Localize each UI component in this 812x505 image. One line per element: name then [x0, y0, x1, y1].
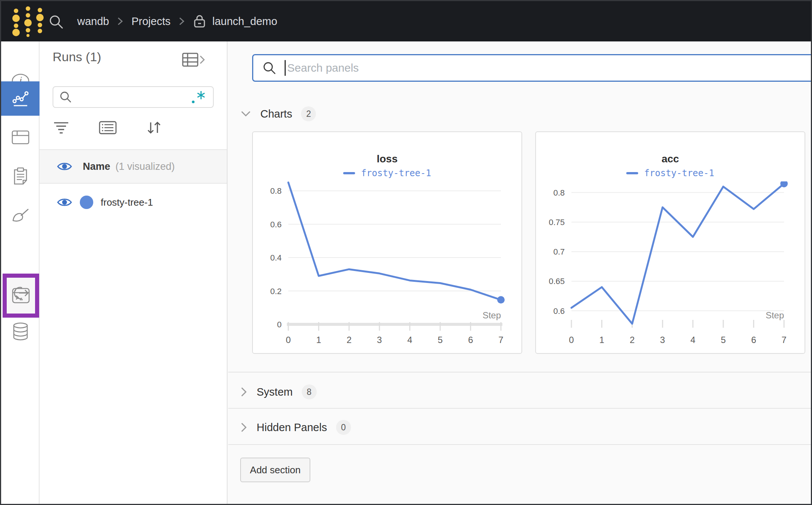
eye-icon[interactable]	[57, 197, 72, 208]
section-label: Charts	[260, 108, 292, 120]
runs-toolbar	[53, 121, 214, 135]
panel-search-placeholder: Search panels	[287, 62, 359, 74]
sidebar-item-automations[interactable]	[1, 276, 40, 310]
sidebar-item-reports[interactable]	[1, 159, 40, 193]
divider	[228, 408, 812, 409]
run-row[interactable]: frosty-tree-1	[40, 184, 227, 220]
legend-swatch	[626, 172, 638, 174]
runs-search-input[interactable]	[53, 86, 214, 108]
panel-card-loss[interactable]: loss frosty-tree-1 00.20.40.60.801234567…	[252, 131, 522, 354]
wandb-project-page: wandb Projects launch_demo i	[0, 0, 812, 505]
svg-text:0.65: 0.65	[549, 277, 565, 286]
svg-text:2: 2	[347, 335, 351, 345]
section-header-hidden-panels[interactable]: Hidden Panels 0	[240, 417, 351, 438]
table-icon	[11, 130, 30, 145]
svg-text:2: 2	[630, 335, 634, 345]
clipboard-icon	[12, 167, 29, 186]
list-icon[interactable]	[99, 121, 117, 134]
expand-table-icon[interactable]	[182, 52, 206, 68]
arrow-export-icon	[11, 285, 30, 301]
section-header-system[interactable]: System 8	[240, 381, 317, 402]
regex-icon[interactable]	[191, 90, 207, 105]
runs-visualized-count: (1 visualized)	[116, 161, 175, 172]
svg-text:6: 6	[751, 335, 756, 345]
panel-card-acc[interactable]: acc frosty-tree-1 0.60.650.70.750.801234…	[535, 131, 805, 354]
eye-icon[interactable]	[57, 161, 72, 172]
chevron-right-icon	[117, 16, 123, 27]
svg-text:3: 3	[660, 335, 665, 345]
wandb-logo-icon[interactable]	[11, 6, 45, 37]
breadcrumb-projects[interactable]: Projects	[131, 15, 170, 28]
run-name[interactable]: frosty-tree-1	[101, 197, 153, 208]
sort-icon[interactable]	[146, 121, 162, 135]
svg-text:0.7: 0.7	[553, 247, 565, 256]
chart-title: acc	[536, 153, 805, 165]
svg-text:0.4: 0.4	[270, 253, 282, 262]
chevron-right-icon[interactable]	[240, 386, 248, 398]
sidebar-item-workspace[interactable]	[1, 81, 40, 116]
svg-text:7: 7	[498, 335, 503, 345]
chevron-right-icon[interactable]	[240, 422, 248, 433]
add-section-button[interactable]: Add section	[240, 458, 310, 482]
svg-text:5: 5	[438, 335, 442, 345]
svg-text:6: 6	[468, 335, 473, 345]
svg-text:5: 5	[721, 335, 725, 345]
runs-count-title: Runs (1)	[53, 50, 101, 64]
breadcrumb: wandb Projects launch_demo	[77, 1, 277, 41]
svg-text:0.8: 0.8	[553, 188, 565, 197]
sidebar-item-sweeps[interactable]	[1, 199, 40, 234]
lock-icon	[193, 14, 206, 29]
chart-legend: frosty-tree-1	[253, 168, 521, 178]
breadcrumb-team[interactable]: wandb	[77, 15, 109, 28]
svg-text:0.8: 0.8	[270, 186, 282, 196]
legend-run-name[interactable]: frosty-tree-1	[644, 168, 714, 178]
breadcrumb-project[interactable]: launch_demo	[212, 15, 277, 28]
section-count-badge: 2	[301, 106, 316, 121]
search-icon	[59, 91, 72, 103]
loss-line-chart[interactable]: 00.20.40.60.801234567Step	[253, 181, 523, 351]
legend-run-name[interactable]: frosty-tree-1	[361, 168, 431, 178]
database-icon	[12, 322, 29, 341]
legend-swatch	[343, 172, 355, 174]
sidebar-item-table[interactable]	[1, 120, 40, 155]
acc-line-chart[interactable]: 0.60.650.70.750.801234567Step	[536, 181, 806, 351]
top-navbar: wandb Projects launch_demo	[1, 1, 811, 41]
svg-text:0.6: 0.6	[553, 306, 565, 316]
runs-column-name: Name	[83, 161, 110, 172]
svg-text:4: 4	[407, 335, 412, 345]
text-cursor	[285, 60, 286, 76]
chevron-down-icon[interactable]	[240, 110, 251, 118]
chevron-right-icon	[179, 16, 185, 27]
panel-search-input[interactable]: Search panels	[252, 54, 812, 82]
svg-text:0: 0	[286, 335, 291, 345]
chart-title: loss	[253, 153, 521, 165]
search-icon	[262, 61, 276, 75]
filter-icon[interactable]	[53, 121, 70, 134]
svg-text:0: 0	[569, 335, 574, 345]
svg-text:4: 4	[690, 335, 695, 345]
workspace-main: Search panels Charts 2 loss frosty-tree-…	[228, 41, 812, 505]
svg-text:7: 7	[781, 335, 786, 345]
runs-header-row[interactable]: Name (1 visualized)	[40, 150, 227, 184]
svg-text:3: 3	[377, 335, 382, 345]
icon-sidebar: i	[1, 41, 40, 505]
divider	[228, 372, 812, 372]
runs-sidebar: Runs (1)	[40, 41, 228, 505]
svg-text:0.2: 0.2	[270, 287, 282, 296]
chart-legend: frosty-tree-1	[536, 168, 805, 178]
section-header-charts[interactable]: Charts 2	[240, 103, 316, 124]
sidebar-item-artifacts[interactable]	[1, 314, 40, 349]
divider	[228, 444, 812, 445]
svg-text:Step: Step	[766, 310, 784, 320]
svg-text:0.6: 0.6	[270, 220, 282, 229]
svg-text:0: 0	[277, 320, 282, 329]
svg-text:1: 1	[599, 335, 604, 345]
run-color-dot	[80, 196, 93, 209]
section-count-badge: 8	[302, 384, 317, 399]
global-search-icon[interactable]	[48, 14, 64, 29]
section-count-badge: 0	[336, 420, 351, 435]
svg-text:1: 1	[316, 335, 321, 345]
section-label: System	[257, 386, 293, 398]
section-label: Hidden Panels	[257, 421, 327, 434]
broom-icon	[11, 208, 30, 225]
